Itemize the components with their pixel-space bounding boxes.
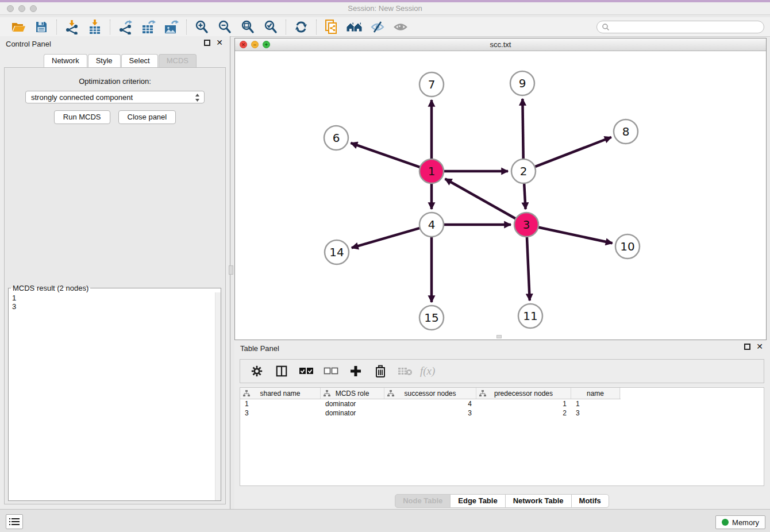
- network-view-window: ✕ − + scc.txt 7968124314101511: [234, 38, 767, 340]
- window-title: Session: New Session: [0, 4, 770, 13]
- delete-table-icon[interactable]: [395, 362, 415, 380]
- column-header-predecessor-nodes[interactable]: predecessor nodes: [476, 388, 571, 399]
- close-panel-icon[interactable]: ✕: [216, 40, 223, 46]
- mcds-result-text[interactable]: 1 3: [9, 292, 215, 500]
- graph-node-3[interactable]: 3: [514, 213, 538, 237]
- cell-mcds-role[interactable]: dominator: [321, 399, 384, 408]
- select-stepper-icon: [195, 93, 200, 104]
- graph-node-1[interactable]: 1: [419, 159, 444, 183]
- result-scrollbar[interactable]: [215, 292, 221, 500]
- show-hidden-eye-icon[interactable]: [389, 18, 412, 36]
- column-type-icon: [387, 390, 394, 397]
- zoom-in-icon[interactable]: [190, 18, 213, 36]
- close-table-panel-icon[interactable]: ✕: [756, 344, 763, 350]
- column-header-successor-nodes[interactable]: successor nodes: [384, 388, 476, 399]
- criterion-select[interactable]: strongly connected component: [25, 91, 205, 103]
- cell-mcds-role[interactable]: dominator: [321, 408, 384, 418]
- svg-text:1: 1: [428, 164, 436, 178]
- graph-edge-1-6[interactable]: [351, 143, 420, 167]
- graph-node-9[interactable]: 9: [510, 71, 534, 95]
- column-header-name[interactable]: name: [571, 388, 620, 399]
- graph-node-11[interactable]: 11: [518, 304, 542, 328]
- import-table-icon[interactable]: [83, 18, 106, 36]
- column-header-mcds-role[interactable]: MCDS role: [321, 388, 384, 399]
- toolbar-separator: [56, 20, 57, 34]
- tab-motifs[interactable]: Motifs: [571, 494, 609, 508]
- run-mcds-button[interactable]: Run MCDS: [54, 110, 110, 124]
- graph-edge-3-11[interactable]: [527, 237, 530, 300]
- float-panel-icon[interactable]: [204, 40, 210, 46]
- memory-button[interactable]: Memory: [715, 515, 765, 529]
- search-input[interactable]: [610, 23, 764, 31]
- toolbar-separator: [186, 20, 187, 34]
- table-tabs: Node Table Edge Table Network Table Moti…: [234, 494, 770, 508]
- graph-node-8[interactable]: 8: [614, 119, 638, 144]
- cell-successor-nodes[interactable]: 4: [384, 399, 476, 408]
- graph-node-6[interactable]: 6: [324, 126, 348, 150]
- task-history-list-icon[interactable]: [6, 514, 23, 529]
- tab-node-table[interactable]: Node Table: [395, 494, 451, 508]
- graph-edge-4-14[interactable]: [352, 228, 420, 248]
- column-type-icon: [479, 390, 486, 397]
- svg-text:7: 7: [428, 78, 436, 91]
- canvas-splitter-grip[interactable]: [496, 335, 502, 338]
- search-field: [596, 21, 764, 33]
- zoom-selected-icon[interactable]: [259, 18, 282, 36]
- graph-edge-2-9[interactable]: [522, 99, 523, 159]
- tab-network[interactable]: Network: [44, 54, 87, 67]
- graph-edge-3-1[interactable]: [445, 179, 516, 218]
- cell-predecessor-nodes[interactable]: 2: [476, 408, 571, 418]
- tab-edge-table[interactable]: Edge Table: [450, 494, 505, 508]
- export-network-icon[interactable]: [114, 18, 137, 36]
- svg-text:15: 15: [424, 311, 438, 325]
- fit-content-icon[interactable]: [236, 18, 259, 36]
- tab-mcds[interactable]: MCDS: [159, 54, 197, 67]
- function-builder-fx-icon[interactable]: f(x): [420, 365, 435, 377]
- save-session-icon[interactable]: [30, 18, 53, 36]
- graph-node-2[interactable]: 2: [511, 159, 536, 183]
- clear-checkmarks-icon[interactable]: [321, 362, 341, 380]
- cell-name[interactable]: 1: [571, 399, 620, 408]
- graph-node-10[interactable]: 10: [615, 234, 640, 259]
- hide-selected-eye-slash-icon[interactable]: [366, 18, 389, 36]
- open-file-icon[interactable]: [7, 18, 30, 36]
- import-network-icon[interactable]: [60, 18, 83, 36]
- table-row[interactable]: 3 dominator 3 2 3: [240, 408, 764, 418]
- toggle-panel-layout-icon[interactable]: [272, 362, 291, 380]
- mcds-result-group: MCDS result (2 nodes) 1 3: [8, 284, 221, 501]
- export-table-icon[interactable]: [137, 18, 160, 36]
- graph-edge-2-3[interactable]: [524, 183, 525, 209]
- table-options-gear-icon[interactable]: [247, 362, 267, 380]
- cell-successor-nodes[interactable]: 3: [384, 408, 476, 418]
- graph-node-4[interactable]: 4: [419, 213, 444, 237]
- cell-shared-name[interactable]: 3: [240, 408, 321, 418]
- export-image-icon[interactable]: [160, 18, 183, 36]
- tab-select[interactable]: Select: [121, 54, 158, 67]
- column-header-shared-name[interactable]: shared name: [240, 388, 321, 399]
- cell-shared-name[interactable]: 1: [240, 399, 321, 408]
- network-graph-canvas[interactable]: 7968124314101511: [235, 51, 766, 340]
- cell-predecessor-nodes[interactable]: 1: [476, 399, 571, 408]
- copy-networks-icon[interactable]: [320, 18, 343, 36]
- network-window-titlebar[interactable]: ✕ − + scc.txt: [235, 38, 766, 51]
- graph-node-15[interactable]: 15: [419, 306, 444, 330]
- tab-style[interactable]: Style: [88, 54, 121, 67]
- refresh-view-icon[interactable]: [290, 18, 313, 36]
- close-panel-button[interactable]: Close panel: [118, 110, 176, 124]
- tab-network-table[interactable]: Network Table: [505, 494, 572, 508]
- panel-splitter-handle[interactable]: [229, 265, 233, 275]
- select-all-checkmarks-icon[interactable]: [297, 362, 316, 380]
- graph-edge-2-8[interactable]: [535, 137, 611, 167]
- toolbar-separator: [110, 20, 110, 34]
- zoom-out-icon[interactable]: [213, 18, 236, 36]
- cell-name[interactable]: 3: [571, 408, 620, 418]
- table-row[interactable]: 1 dominator 4 1 1: [240, 399, 764, 408]
- delete-columns-trash-icon[interactable]: [371, 362, 390, 380]
- graph-node-14[interactable]: 14: [325, 240, 349, 264]
- create-column-plus-icon[interactable]: [346, 362, 365, 380]
- graph-node-7[interactable]: 7: [419, 72, 444, 97]
- graph-edge-3-10[interactable]: [538, 227, 613, 243]
- float-table-panel-icon[interactable]: [744, 344, 750, 350]
- create-views-houses-icon[interactable]: [343, 18, 366, 36]
- toolbar-separator: [316, 20, 317, 34]
